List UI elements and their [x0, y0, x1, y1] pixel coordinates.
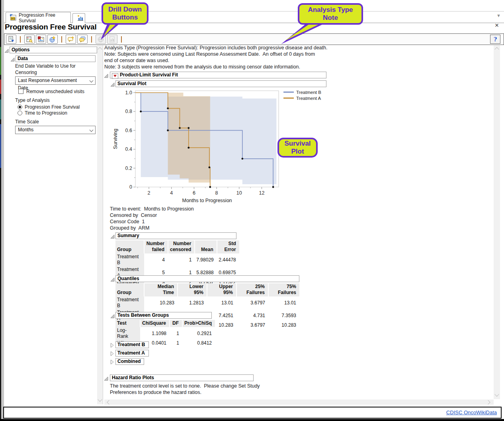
window-bottom-border [0, 419, 504, 421]
censor-code-line: Censor Code 1 [110, 219, 145, 224]
treatment-b-collapsed-icon[interactable] [111, 342, 114, 349]
tab-chart[interactable] [72, 13, 85, 23]
svg-text:8: 8 [215, 190, 218, 196]
chevron-down-icon [90, 128, 94, 132]
plot-legend: Treatment BTreatment A [283, 89, 335, 101]
data-disclosure-icon[interactable] [11, 56, 15, 63]
options-section-header[interactable]: Options [10, 47, 97, 53]
scroll-left-icon[interactable] [107, 400, 111, 404]
svg-text:0.4: 0.4 [125, 146, 132, 152]
survival-plot-chart[interactable]: 2468101200.20.40.60.81.0Months to Progre… [111, 88, 284, 205]
treatment-b-section-header[interactable]: Treatment B [115, 341, 149, 348]
time-to-event-line: Time to event: Months to Progression [110, 206, 194, 212]
product-limit-disclosure-icon[interactable] [104, 72, 108, 80]
cdisc-oncowikidata-link[interactable]: CDISC OncoWikiData [446, 409, 497, 415]
censored-by-line: Censored by Censor [110, 212, 157, 218]
hazard-section-header[interactable]: Hazard Ratio Plots [110, 374, 254, 381]
save-image-button[interactable] [36, 35, 46, 44]
svg-text:4: 4 [170, 190, 173, 196]
window-edge [1, 0, 4, 421]
chart-tab-icon [76, 14, 84, 23]
svg-text:6: 6 [193, 190, 195, 196]
scroll-down-icon[interactable] [494, 392, 499, 396]
analysis-type-note-line: Analysis Type (Progression Free Survival… [104, 45, 327, 51]
svg-text:0.6: 0.6 [125, 128, 132, 133]
scroll-up-icon[interactable] [494, 47, 499, 51]
combined-collapsed-icon[interactable] [111, 359, 114, 366]
summary-disclosure-icon[interactable] [111, 233, 115, 240]
pfs-tab-icon: PFS [9, 14, 17, 22]
tests-disclosure-icon[interactable] [111, 313, 115, 320]
svg-text:0.8: 0.8 [125, 109, 132, 114]
survival-plot-section-header[interactable]: Survival Plot [115, 80, 326, 87]
window-top-border [4, 11, 504, 12]
svg-text:Surviving: Surviving [113, 129, 118, 149]
scroll-right-icon[interactable] [486, 400, 490, 404]
options-disclosure-icon[interactable] [5, 47, 9, 55]
survival-plot-disclosure-icon[interactable] [111, 81, 115, 88]
end-date-variable-label: End Date Variable to Use for Censoring [15, 63, 91, 76]
report-scrollbar-horizontal[interactable] [104, 400, 494, 405]
svg-text:0.2: 0.2 [125, 166, 132, 171]
svg-text:0: 0 [129, 184, 132, 190]
type-of-analysis-label: Type of Analysis [15, 97, 50, 103]
drill-down-buttons-callout: Drill Down Buttons [102, 2, 148, 25]
tab-progression-free-survival[interactable]: PFS Progression Free Survival [6, 12, 71, 23]
treatment-a-collapsed-icon[interactable] [111, 351, 114, 358]
report-scrollbar-vertical[interactable] [494, 45, 500, 399]
analysis-type-note-line: Note: Subjects were censored using Last … [104, 51, 315, 57]
quantiles-section-header[interactable]: Quantiles [115, 275, 299, 282]
publish-globe-button[interactable] [47, 35, 58, 44]
hazard-disclosure-icon[interactable] [104, 375, 108, 382]
legend-item[interactable]: Treatment B [283, 89, 335, 95]
red-triangle-menu-icon[interactable] [112, 73, 118, 79]
data-section-header[interactable]: Data [16, 55, 96, 62]
drill-down-toolbar [4, 33, 504, 45]
status-bar: CDISC OncoWikiData [3, 407, 502, 419]
new-data-view-button[interactable] [6, 35, 16, 44]
radio-progression-free-survival[interactable] [18, 105, 22, 109]
quantiles-disclosure-icon[interactable] [111, 276, 115, 283]
arrange-dropdown-icon[interactable]: ▼ [496, 13, 501, 18]
panel-splitter[interactable] [103, 45, 103, 404]
page-title: Progression Free Survival [5, 23, 97, 31]
remove-unscheduled-checkbox[interactable] [18, 89, 23, 94]
tests-section-header[interactable]: Tests Between Groups [115, 312, 212, 319]
treatment-a-section-header[interactable]: Treatment A [115, 350, 149, 357]
notes-button[interactable] [77, 35, 88, 44]
help-button[interactable]: ? [490, 35, 500, 44]
analysis-type-note-line: Note: 3 subjects were removed from the a… [104, 64, 300, 70]
sidebar-scrollbar[interactable] [97, 45, 103, 404]
svg-text:10: 10 [236, 190, 242, 196]
svg-text:12: 12 [259, 190, 265, 196]
grouped-by-line: Grouped by ARM [110, 225, 149, 231]
radio-pfs-label: Progression Free Survival [25, 104, 80, 110]
toolbar-separator [91, 36, 92, 43]
hazard-note-line: Preferences to produce the hazard ratios… [110, 390, 201, 395]
report-button[interactable] [24, 35, 35, 44]
svg-text:2: 2 [148, 190, 150, 196]
scroll-up-icon[interactable] [98, 47, 102, 51]
scroll-down-icon[interactable] [98, 397, 102, 402]
radio-time-to-progression[interactable] [18, 111, 22, 115]
hazard-note-line: The treatment control level is set to no… [110, 383, 260, 389]
toolbar-separator [20, 36, 21, 43]
chevron-down-icon [90, 79, 94, 83]
time-scale-select[interactable]: Months [15, 126, 96, 134]
legend-item[interactable]: Treatment A [283, 95, 335, 101]
summary-section-header[interactable]: Summary [115, 232, 236, 239]
toolbar-separator [61, 36, 62, 43]
section-label: Product-Limit Survival Fit [120, 72, 178, 78]
remove-unscheduled-label: Remove unscheduled visits [26, 89, 84, 94]
options-panel: Options Data End Date Variable to Use fo… [4, 45, 97, 399]
analysis-type-note-line: end of censor date was used. [104, 58, 169, 63]
report-panel: Analysis Type (Progression Free Survival… [104, 45, 494, 399]
end-date-variable-select[interactable]: Last Response Assessment Date [15, 76, 96, 85]
survival-plot-callout: Survival Plot [277, 138, 318, 158]
close-icon[interactable]: × [495, 21, 499, 29]
combined-section-header[interactable]: Combined [115, 358, 144, 365]
product-limit-section-header[interactable]: Product-Limit Survival Fit [110, 72, 326, 78]
radio-ttp-label: Time to Progression [25, 110, 67, 116]
add-note-button[interactable] [66, 35, 76, 44]
time-scale-value: Months [18, 127, 33, 133]
